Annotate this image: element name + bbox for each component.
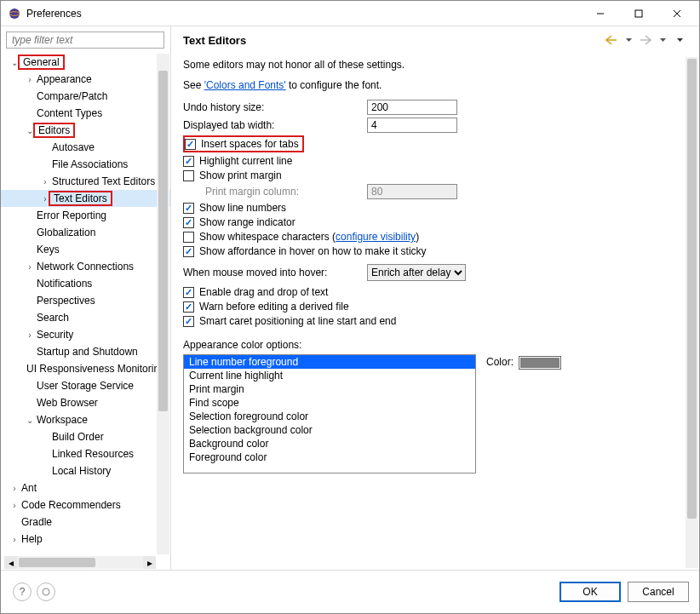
twisty-icon[interactable]: › (25, 75, 35, 84)
tree-item-startup-and-shutdown[interactable]: Startup and Shutdown (1, 343, 170, 360)
print-margin-col-input (367, 184, 457, 199)
titlebar: Preferences (1, 1, 699, 26)
tree-item-label: Workspace (35, 414, 88, 426)
twisty-icon[interactable]: ⌄ (25, 416, 35, 425)
twisty-icon[interactable]: › (40, 177, 50, 186)
color-option[interactable]: Selection foreground color (184, 410, 475, 423)
warn-derived-checkbox[interactable] (183, 301, 194, 313)
color-option[interactable]: Selection background color (184, 423, 475, 437)
tree-item-structured-text-editors[interactable]: ›Structured Text Editors (1, 173, 170, 190)
tree-item-compare-patch[interactable]: Compare/Patch (1, 88, 170, 105)
tree-item-text-editors[interactable]: ›Text Editors (1, 190, 170, 207)
tree-item-help[interactable]: ›Help (1, 531, 170, 548)
tree-item-file-associations[interactable]: File Associations (1, 156, 170, 173)
back-button[interactable] (604, 33, 619, 47)
whitespace-checkbox[interactable] (183, 232, 194, 243)
close-button[interactable] (657, 2, 696, 26)
color-option[interactable]: Line number foreground (184, 355, 475, 369)
affordance-label: Show affordance in hover on how to make … (199, 245, 427, 257)
minimize-button[interactable] (581, 2, 619, 26)
tree-item-ant[interactable]: ›Ant (1, 479, 170, 496)
highlight-line-row: Highlight current line (183, 155, 684, 167)
tree-item-build-order[interactable]: Build Order (1, 428, 170, 445)
colors-fonts-link[interactable]: 'Colors and Fonts' (204, 79, 286, 91)
tree-vscrollbar[interactable] (157, 54, 169, 554)
tree-item-label: General (18, 55, 65, 70)
tree-item-label: Structured Text Editors (50, 175, 155, 187)
color-swatch[interactable] (519, 356, 561, 370)
tree-item-linked-resources[interactable]: Linked Resources (1, 445, 170, 462)
back-menu-icon[interactable] (621, 33, 636, 47)
tree-item-notifications[interactable]: Notifications (1, 275, 170, 292)
tree-item-user-storage-service[interactable]: User Storage Service (1, 377, 170, 394)
tree-item-gradle[interactable]: Gradle (1, 514, 170, 531)
tree-item-perspectives[interactable]: Perspectives (1, 292, 170, 309)
undo-history-input[interactable] (367, 100, 457, 115)
tree-item-security[interactable]: ›Security (1, 326, 170, 343)
twisty-icon[interactable]: › (9, 501, 20, 510)
tree-item-label: Local History (50, 465, 111, 477)
tree-item-search[interactable]: Search (1, 309, 170, 326)
tree-item-workspace[interactable]: ⌄Workspace (1, 411, 170, 428)
twisty-icon[interactable]: › (25, 330, 35, 340)
color-option[interactable]: Current line highlight (184, 369, 475, 382)
tree-item-label: UI Responsiveness Monitoring (25, 363, 165, 375)
window-title: Preferences (26, 8, 581, 20)
twisty-icon[interactable]: › (9, 535, 20, 544)
tree-item-appearance[interactable]: ›Appearance (1, 71, 170, 88)
tree-item-globalization[interactable]: Globalization (1, 224, 170, 241)
preferences-tree[interactable]: ⌄General›AppearanceCompare/PatchContent … (1, 52, 170, 570)
warn-derived-label: Warn before editing a derived file (199, 301, 349, 313)
color-option[interactable]: Foreground color (184, 450, 475, 464)
maximize-button[interactable] (619, 2, 657, 26)
tree-item-code-recommenders[interactable]: ›Code Recommenders (1, 496, 170, 514)
main-vscrollbar[interactable] (686, 57, 698, 568)
twisty-icon[interactable]: › (9, 484, 20, 493)
tree-item-autosave[interactable]: Autosave (1, 139, 170, 156)
smart-caret-checkbox[interactable] (183, 316, 194, 327)
configure-visibility-link[interactable]: configure visibility (336, 231, 416, 243)
print-margin-checkbox[interactable] (183, 170, 194, 181)
color-options-list[interactable]: Line number foregroundCurrent line highl… (183, 354, 476, 473)
twisty-icon[interactable]: › (25, 262, 35, 272)
main-header: Text Editors (171, 26, 699, 52)
tab-width-input[interactable] (367, 118, 457, 133)
insert-spaces-row: Insert spaces for tabs (183, 135, 684, 152)
tree-item-general[interactable]: ⌄General (1, 54, 170, 71)
smart-caret-label: Smart caret positioning at line start an… (199, 315, 396, 327)
color-option[interactable]: Find scope (184, 396, 475, 410)
affordance-checkbox[interactable] (183, 246, 194, 257)
tree-item-keys[interactable]: Keys (1, 241, 170, 258)
forward-menu-icon[interactable] (655, 33, 670, 47)
line-numbers-checkbox[interactable] (183, 203, 194, 214)
tree-item-content-types[interactable]: Content Types (1, 105, 170, 122)
tree-item-local-history[interactable]: Local History (1, 462, 170, 479)
insert-spaces-checkbox[interactable] (185, 139, 196, 150)
tree-item-label: Editors (33, 123, 75, 138)
tree-hscrollbar[interactable]: ◂▸ (4, 556, 156, 569)
color-option[interactable]: Background color (184, 437, 475, 450)
ok-button[interactable]: OK (559, 582, 621, 602)
hover-select[interactable]: Enrich after delay (367, 264, 466, 281)
help-button[interactable]: ? (13, 582, 32, 601)
tree-item-error-reporting[interactable]: Error Reporting (1, 207, 170, 224)
tree-item-web-browser[interactable]: Web Browser (1, 394, 170, 411)
tree-item-label: Gradle (20, 516, 52, 528)
tab-width-row: Displayed tab width: (183, 118, 684, 133)
tree-item-network-connections[interactable]: ›Network Connections (1, 258, 170, 275)
tree-item-editors[interactable]: ⌄Editors (1, 122, 170, 139)
sidebar: ⌄General›AppearanceCompare/PatchContent … (1, 26, 171, 570)
color-swatch-side: Color: (476, 354, 561, 473)
forward-button[interactable] (638, 33, 653, 47)
range-indicator-checkbox[interactable] (183, 217, 194, 228)
hover-label: When mouse moved into hover: (183, 267, 367, 278)
filter-input[interactable] (6, 32, 164, 49)
color-option[interactable]: Print margin (184, 382, 475, 396)
import-export-button[interactable] (37, 582, 55, 601)
tree-item-ui-responsiveness-monitoring[interactable]: UI Responsiveness Monitoring (1, 360, 170, 377)
dnd-checkbox[interactable] (183, 287, 194, 298)
highlight-line-checkbox[interactable] (183, 156, 194, 167)
cancel-button[interactable]: Cancel (628, 582, 689, 602)
view-menu-button[interactable] (672, 33, 687, 47)
tree-item-label: Text Editors (49, 191, 112, 206)
